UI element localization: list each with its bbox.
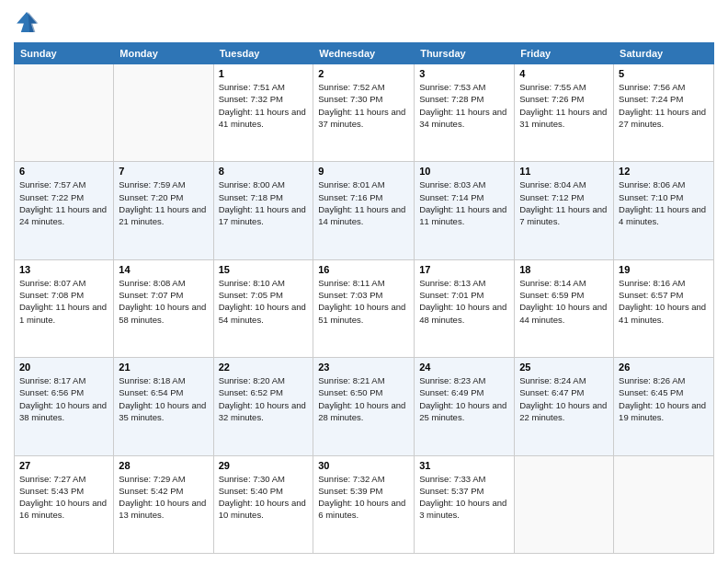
detail-line: Sunrise: 8:06 AM (619, 179, 685, 190)
detail-line: Sunset: 7:07 PM (119, 290, 183, 300)
detail-line: Daylight: 11 hours and 24 minutes. (19, 204, 107, 226)
detail-line: Sunrise: 7:55 AM (519, 82, 586, 92)
day-detail: Sunrise: 8:04 AMSunset: 7:12 PMDaylight:… (519, 178, 609, 227)
day-detail: Sunrise: 7:51 AMSunset: 7:32 PMDaylight:… (219, 81, 309, 130)
day-number: 16 (318, 264, 409, 275)
day-detail: Sunrise: 8:24 AMSunset: 6:47 PMDaylight:… (519, 374, 609, 423)
day-cell: 21Sunrise: 8:18 AMSunset: 6:54 PMDayligh… (114, 358, 213, 455)
day-detail: Sunrise: 7:56 AMSunset: 7:24 PMDaylight:… (619, 81, 709, 130)
detail-line: Sunset: 7:05 PM (219, 290, 283, 300)
detail-line: Sunset: 6:50 PM (318, 387, 382, 397)
day-cell: 12Sunrise: 8:06 AMSunset: 7:10 PMDayligh… (614, 162, 714, 259)
detail-line: Sunset: 7:01 PM (419, 290, 483, 300)
day-cell: 26Sunrise: 8:26 AMSunset: 6:45 PMDayligh… (614, 358, 714, 455)
day-cell: 27Sunrise: 7:27 AMSunset: 5:43 PMDayligh… (15, 455, 114, 553)
detail-line: Sunset: 7:18 PM (219, 192, 283, 202)
detail-line: Sunrise: 7:29 AM (119, 474, 185, 484)
detail-line: Daylight: 11 hours and 11 minutes. (419, 204, 506, 226)
day-number: 24 (419, 362, 509, 373)
detail-line: Sunrise: 8:01 AM (318, 179, 384, 190)
logo (14, 9, 43, 35)
detail-line: Daylight: 10 hours and 13 minutes. (119, 498, 206, 520)
day-detail: Sunrise: 8:01 AMSunset: 7:16 PMDaylight:… (318, 178, 409, 227)
detail-line: Daylight: 11 hours and 14 minutes. (318, 204, 405, 226)
day-cell: 16Sunrise: 8:11 AMSunset: 7:03 PMDayligh… (313, 259, 415, 357)
detail-line: Sunrise: 8:04 AM (519, 179, 586, 190)
detail-line: Sunset: 7:24 PM (619, 94, 683, 104)
detail-line: Sunset: 7:22 PM (19, 192, 84, 202)
detail-line: Sunrise: 7:59 AM (119, 179, 185, 190)
day-number: 5 (619, 68, 709, 79)
detail-line: Sunset: 6:52 PM (219, 387, 283, 397)
day-cell: 24Sunrise: 8:23 AMSunset: 6:49 PMDayligh… (415, 358, 515, 455)
detail-line: Daylight: 10 hours and 44 minutes. (519, 302, 607, 324)
day-detail: Sunrise: 7:27 AMSunset: 5:43 PMDaylight:… (19, 473, 108, 522)
detail-line: Sunrise: 7:52 AM (318, 82, 384, 92)
day-cell: 14Sunrise: 8:08 AMSunset: 7:07 PMDayligh… (114, 259, 213, 357)
detail-line: Daylight: 10 hours and 38 minutes. (19, 400, 107, 422)
day-cell: 8Sunrise: 8:00 AMSunset: 7:18 PMDaylight… (213, 162, 313, 259)
detail-line: Daylight: 11 hours and 21 minutes. (119, 204, 206, 226)
week-row-1: 1Sunrise: 7:51 AMSunset: 7:32 PMDaylight… (15, 64, 714, 162)
day-detail: Sunrise: 8:07 AMSunset: 7:08 PMDaylight:… (19, 277, 108, 326)
detail-line: Sunrise: 8:08 AM (119, 278, 185, 288)
detail-line: Sunrise: 8:14 AM (519, 278, 586, 288)
detail-line: Sunrise: 8:18 AM (119, 375, 185, 385)
day-cell: 30Sunrise: 7:32 AMSunset: 5:39 PMDayligh… (313, 455, 415, 553)
detail-line: Sunset: 6:45 PM (619, 387, 683, 397)
day-cell: 15Sunrise: 8:10 AMSunset: 7:05 PMDayligh… (213, 259, 313, 357)
day-detail: Sunrise: 7:59 AMSunset: 7:20 PMDaylight:… (119, 178, 208, 227)
week-row-3: 13Sunrise: 8:07 AMSunset: 7:08 PMDayligh… (15, 259, 714, 357)
detail-line: Sunset: 7:30 PM (318, 94, 382, 104)
detail-line: Sunset: 6:47 PM (519, 387, 584, 397)
day-detail: Sunrise: 8:26 AMSunset: 6:45 PMDaylight:… (619, 374, 709, 423)
day-number: 14 (119, 264, 208, 275)
day-detail: Sunrise: 8:10 AMSunset: 7:05 PMDaylight:… (219, 277, 309, 326)
detail-line: Sunset: 7:12 PM (519, 192, 584, 202)
detail-line: Daylight: 10 hours and 3 minutes. (419, 498, 506, 520)
day-cell: 2Sunrise: 7:52 AMSunset: 7:30 PMDaylight… (313, 64, 415, 162)
detail-line: Sunrise: 8:13 AM (419, 278, 485, 288)
detail-line: Daylight: 10 hours and 32 minutes. (219, 400, 306, 422)
day-detail: Sunrise: 8:00 AMSunset: 7:18 PMDaylight:… (219, 178, 309, 227)
day-cell: 6Sunrise: 7:57 AMSunset: 7:22 PMDaylight… (15, 162, 114, 259)
detail-line: Daylight: 11 hours and 7 minutes. (519, 204, 607, 226)
detail-line: Sunrise: 7:33 AM (419, 474, 485, 484)
day-detail: Sunrise: 8:08 AMSunset: 7:07 PMDaylight:… (119, 277, 208, 326)
day-cell: 1Sunrise: 7:51 AMSunset: 7:32 PMDaylight… (213, 64, 313, 162)
detail-line: Daylight: 11 hours and 4 minutes. (619, 204, 706, 226)
day-number: 8 (219, 166, 309, 177)
day-cell: 13Sunrise: 8:07 AMSunset: 7:08 PMDayligh… (15, 259, 114, 357)
detail-line: Daylight: 10 hours and 16 minutes. (19, 498, 107, 520)
day-detail: Sunrise: 7:52 AMSunset: 7:30 PMDaylight:… (318, 81, 409, 130)
detail-line: Daylight: 10 hours and 25 minutes. (419, 400, 506, 422)
detail-line: Sunrise: 8:17 AM (19, 375, 85, 385)
day-cell: 28Sunrise: 7:29 AMSunset: 5:42 PMDayligh… (114, 455, 213, 553)
detail-line: Sunset: 7:16 PM (318, 192, 382, 202)
day-number: 20 (19, 362, 108, 373)
detail-line: Daylight: 10 hours and 28 minutes. (318, 400, 405, 422)
day-detail: Sunrise: 7:29 AMSunset: 5:42 PMDaylight:… (119, 473, 208, 522)
day-cell: 9Sunrise: 8:01 AMSunset: 7:16 PMDaylight… (313, 162, 415, 259)
day-detail: Sunrise: 8:18 AMSunset: 6:54 PMDaylight:… (119, 374, 208, 423)
day-number: 31 (419, 460, 509, 471)
detail-line: Sunset: 7:26 PM (519, 94, 584, 104)
day-number: 27 (19, 460, 108, 471)
day-header-sunday: Sunday (15, 43, 114, 64)
day-number: 7 (119, 166, 208, 177)
detail-line: Daylight: 10 hours and 22 minutes. (519, 400, 607, 422)
day-cell: 11Sunrise: 8:04 AMSunset: 7:12 PMDayligh… (515, 162, 614, 259)
detail-line: Daylight: 10 hours and 6 minutes. (318, 498, 405, 520)
detail-line: Daylight: 11 hours and 17 minutes. (219, 204, 306, 226)
detail-line: Daylight: 11 hours and 1 minute. (19, 302, 107, 324)
day-cell: 22Sunrise: 8:20 AMSunset: 6:52 PMDayligh… (213, 358, 313, 455)
day-number: 13 (19, 264, 108, 275)
day-detail: Sunrise: 7:55 AMSunset: 7:26 PMDaylight:… (519, 81, 609, 130)
day-number: 6 (19, 166, 108, 177)
detail-line: Daylight: 10 hours and 51 minutes. (318, 302, 405, 324)
day-cell: 18Sunrise: 8:14 AMSunset: 6:59 PMDayligh… (515, 259, 614, 357)
day-cell: 29Sunrise: 7:30 AMSunset: 5:40 PMDayligh… (213, 455, 313, 553)
day-detail: Sunrise: 8:23 AMSunset: 6:49 PMDaylight:… (419, 374, 509, 423)
day-cell: 17Sunrise: 8:13 AMSunset: 7:01 PMDayligh… (415, 259, 515, 357)
day-cell (114, 64, 213, 162)
